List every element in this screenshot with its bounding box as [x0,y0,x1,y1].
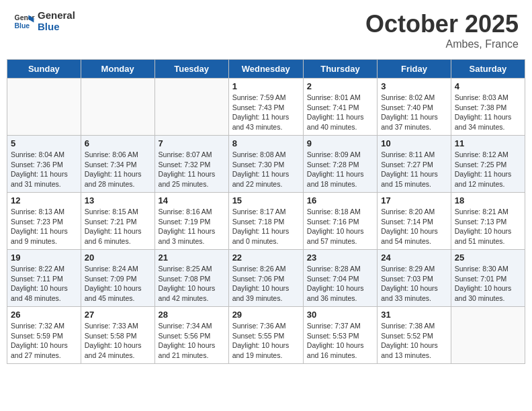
calendar-cell: 5Sunrise: 8:04 AM Sunset: 7:36 PM Daylig… [7,136,81,193]
day-number: 17 [381,195,447,205]
day-info: Sunrise: 7:36 AM Sunset: 5:55 PM Dayligh… [232,321,300,361]
calendar-cell: 12Sunrise: 8:13 AM Sunset: 7:23 PM Dayli… [7,193,81,250]
calendar-cell: 13Sunrise: 8:15 AM Sunset: 7:21 PM Dayli… [81,193,154,250]
calendar-cell: 8Sunrise: 8:08 AM Sunset: 7:30 PM Daylig… [228,136,303,193]
day-number: 7 [159,138,225,148]
day-info: Sunrise: 8:22 AM Sunset: 7:11 PM Dayligh… [11,264,77,304]
calendar-cell: 3Sunrise: 8:02 AM Sunset: 7:40 PM Daylig… [378,79,451,136]
day-info: Sunrise: 8:07 AM Sunset: 7:32 PM Dayligh… [159,150,225,189]
calendar-cell: 24Sunrise: 8:29 AM Sunset: 7:03 PM Dayli… [378,250,451,307]
day-info: Sunrise: 8:25 AM Sunset: 7:08 PM Dayligh… [159,264,225,304]
day-info: Sunrise: 8:20 AM Sunset: 7:14 PM Dayligh… [381,207,447,246]
calendar-cell: 16Sunrise: 8:18 AM Sunset: 7:16 PM Dayli… [303,193,377,250]
logo-line1: General [38,10,75,21]
month-title: October 2025 [365,10,519,38]
day-info: Sunrise: 7:33 AM Sunset: 5:58 PM Dayligh… [85,321,151,361]
day-info: Sunrise: 8:30 AM Sunset: 7:01 PM Dayligh… [455,264,521,304]
day-header-saturday: Saturday [451,60,525,79]
calendar-cell: 17Sunrise: 8:20 AM Sunset: 7:14 PM Dayli… [378,193,451,250]
day-number: 29 [232,310,300,320]
day-number: 31 [381,310,447,320]
day-info: Sunrise: 8:11 AM Sunset: 7:27 PM Dayligh… [381,150,447,189]
calendar-cell: 27Sunrise: 7:33 AM Sunset: 5:58 PM Dayli… [81,307,154,364]
day-info: Sunrise: 8:16 AM Sunset: 7:19 PM Dayligh… [159,207,225,246]
day-number: 22 [232,253,300,263]
day-number: 24 [381,253,447,263]
day-header-tuesday: Tuesday [154,60,228,79]
day-number: 13 [85,195,151,205]
day-info: Sunrise: 8:12 AM Sunset: 7:25 PM Dayligh… [455,150,521,189]
day-number: 12 [11,195,77,205]
calendar-cell: 23Sunrise: 8:28 AM Sunset: 7:04 PM Dayli… [303,250,377,307]
day-number: 1 [232,81,300,91]
calendar-cell: 21Sunrise: 8:25 AM Sunset: 7:08 PM Dayli… [154,250,228,307]
day-number: 21 [159,253,225,263]
calendar-cell: 4Sunrise: 8:03 AM Sunset: 7:38 PM Daylig… [451,79,525,136]
day-info: Sunrise: 8:24 AM Sunset: 7:09 PM Dayligh… [85,264,151,304]
day-number: 8 [232,138,300,148]
day-header-monday: Monday [81,60,154,79]
day-info: Sunrise: 8:13 AM Sunset: 7:23 PM Dayligh… [11,207,77,246]
calendar-cell: 9Sunrise: 8:09 AM Sunset: 7:28 PM Daylig… [303,136,377,193]
day-info: Sunrise: 8:17 AM Sunset: 7:18 PM Dayligh… [232,207,300,246]
day-number: 30 [307,310,373,320]
day-info: Sunrise: 8:29 AM Sunset: 7:03 PM Dayligh… [381,264,447,304]
calendar-cell: 28Sunrise: 7:34 AM Sunset: 5:56 PM Dayli… [154,307,228,364]
calendar-cell [7,79,81,136]
calendar-cell: 15Sunrise: 8:17 AM Sunset: 7:18 PM Dayli… [228,193,303,250]
day-header-thursday: Thursday [303,60,377,79]
day-info: Sunrise: 8:09 AM Sunset: 7:28 PM Dayligh… [307,150,373,189]
day-info: Sunrise: 7:59 AM Sunset: 7:43 PM Dayligh… [232,93,300,132]
logo: General Blue General Blue [13,10,75,32]
day-number: 14 [159,195,225,205]
day-info: Sunrise: 8:06 AM Sunset: 7:34 PM Dayligh… [85,150,151,189]
calendar-cell: 14Sunrise: 8:16 AM Sunset: 7:19 PM Dayli… [154,193,228,250]
calendar-cell: 26Sunrise: 7:32 AM Sunset: 5:59 PM Dayli… [7,307,81,364]
day-info: Sunrise: 8:01 AM Sunset: 7:41 PM Dayligh… [307,93,373,132]
day-number: 2 [307,81,373,91]
day-info: Sunrise: 8:02 AM Sunset: 7:40 PM Dayligh… [381,93,447,132]
calendar-cell: 20Sunrise: 8:24 AM Sunset: 7:09 PM Dayli… [81,250,154,307]
day-info: Sunrise: 8:04 AM Sunset: 7:36 PM Dayligh… [11,150,77,189]
day-header-friday: Friday [378,60,451,79]
logo-icon: General Blue [13,11,35,32]
location: Ambes, France [365,38,519,50]
day-number: 4 [455,81,521,91]
calendar-cell: 31Sunrise: 7:38 AM Sunset: 5:52 PM Dayli… [378,307,451,364]
calendar-cell: 6Sunrise: 8:06 AM Sunset: 7:34 PM Daylig… [81,136,154,193]
calendar-cell: 1Sunrise: 7:59 AM Sunset: 7:43 PM Daylig… [228,79,303,136]
calendar-cell: 25Sunrise: 8:30 AM Sunset: 7:01 PM Dayli… [451,250,525,307]
day-number: 16 [307,195,373,205]
day-header-wednesday: Wednesday [228,60,303,79]
day-number: 20 [85,253,151,263]
day-info: Sunrise: 8:03 AM Sunset: 7:38 PM Dayligh… [455,93,521,132]
day-header-sunday: Sunday [7,60,81,79]
calendar-cell: 7Sunrise: 8:07 AM Sunset: 7:32 PM Daylig… [154,136,228,193]
day-number: 5 [11,138,77,148]
calendar-cell [81,79,154,136]
day-info: Sunrise: 8:21 AM Sunset: 7:13 PM Dayligh… [455,207,521,246]
calendar-cell [451,307,525,364]
title-block: October 2025 Ambes, France [365,10,519,50]
day-number: 9 [307,138,373,148]
day-info: Sunrise: 8:18 AM Sunset: 7:16 PM Dayligh… [307,207,373,246]
svg-text:Blue: Blue [15,21,30,29]
day-number: 19 [11,253,77,263]
calendar-cell: 29Sunrise: 7:36 AM Sunset: 5:55 PM Dayli… [228,307,303,364]
day-info: Sunrise: 8:08 AM Sunset: 7:30 PM Dayligh… [232,150,300,189]
logo-line2: Blue [38,21,75,33]
calendar-table: SundayMondayTuesdayWednesdayThursdayFrid… [7,59,525,364]
calendar-cell: 18Sunrise: 8:21 AM Sunset: 7:13 PM Dayli… [451,193,525,250]
page-header: General Blue General Blue October 2025 A… [7,7,525,54]
calendar-cell: 30Sunrise: 7:37 AM Sunset: 5:53 PM Dayli… [303,307,377,364]
calendar-cell: 19Sunrise: 8:22 AM Sunset: 7:11 PM Dayli… [7,250,81,307]
calendar-cell: 22Sunrise: 8:26 AM Sunset: 7:06 PM Dayli… [228,250,303,307]
calendar-cell: 10Sunrise: 8:11 AM Sunset: 7:27 PM Dayli… [378,136,451,193]
day-info: Sunrise: 7:37 AM Sunset: 5:53 PM Dayligh… [307,321,373,361]
day-number: 15 [232,195,300,205]
day-number: 10 [381,138,447,148]
day-number: 6 [85,138,151,148]
day-number: 26 [11,310,77,320]
calendar-cell [154,79,228,136]
day-number: 3 [381,81,447,91]
